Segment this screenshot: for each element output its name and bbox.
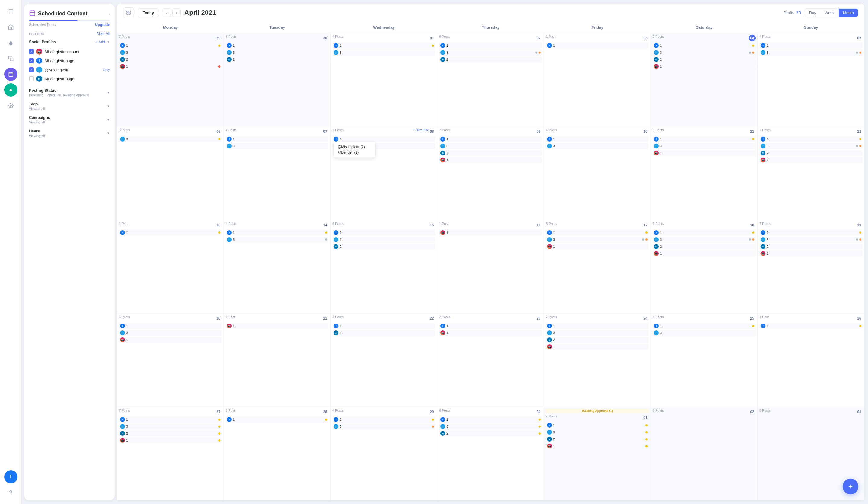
cal-cell-apr25[interactable]: 4 Posts25 f1 🐦3 bbox=[651, 313, 758, 407]
new-post-btn[interactable]: + New Post bbox=[413, 128, 428, 132]
cal-cell-apr15[interactable]: 6 Posts15 f1 🐦1 in2 bbox=[331, 220, 437, 314]
cal-cell-apr12[interactable]: 7 Posts12 f1 🐦3 in2 📷1 bbox=[758, 127, 864, 220]
nav-home[interactable] bbox=[4, 21, 18, 34]
campaigns-header[interactable]: Campaigns Viewing all ▼ bbox=[29, 115, 110, 124]
cal-cell-apr14[interactable]: 4 Posts14 f1 🐦3 bbox=[224, 220, 331, 314]
profile-item-ig[interactable]: 📷 Missinglettr account bbox=[29, 47, 110, 56]
post-row: f1 bbox=[546, 422, 649, 428]
progress-fill bbox=[29, 20, 78, 21]
cal-cell-apr1[interactable]: 4 Posts01 f1 🐦3 bbox=[331, 33, 437, 127]
nav-copy[interactable] bbox=[4, 52, 18, 65]
cal-cell-apr2[interactable]: 6 Posts02 f1 🐦3 in2 bbox=[437, 33, 544, 127]
post-row: 🐦3 bbox=[439, 423, 542, 430]
cal-cell-apr30[interactable]: 6 Posts30 f1 🐦3 in2 bbox=[437, 407, 544, 500]
users-label: Users bbox=[29, 129, 45, 133]
post-row: 📷1 bbox=[119, 337, 222, 343]
profile-item-tw[interactable]: 🐦 @Missinglettr Only bbox=[29, 65, 110, 74]
profile-checkbox-ig[interactable] bbox=[29, 49, 34, 54]
profile-checkbox-fb[interactable] bbox=[29, 58, 34, 63]
view-buttons: Day Week Month bbox=[805, 9, 858, 17]
post-row: f1 bbox=[439, 136, 542, 142]
drafts-label: Drafts bbox=[784, 11, 794, 15]
post-row: 📷1 bbox=[760, 157, 862, 163]
nav-menu[interactable]: ☰ bbox=[4, 5, 18, 18]
profiles-list: 📷 Missinglettr account f Missinglettr pa… bbox=[29, 47, 110, 83]
users-arrow[interactable]: ▼ bbox=[107, 132, 110, 135]
add-profile-btn[interactable]: + Add bbox=[96, 40, 105, 44]
day-view-btn[interactable]: Day bbox=[805, 9, 820, 17]
cal-cell-apr6[interactable]: 3 Posts06 🐦3 bbox=[117, 127, 224, 220]
cal-cell-apr9[interactable]: 7 Posts09 f1 🐦3 in2 📷1 bbox=[437, 127, 544, 220]
tags-arrow[interactable]: ▼ bbox=[107, 104, 110, 108]
fab-add-button[interactable]: + bbox=[843, 478, 858, 494]
cal-cell-apr11[interactable]: 5 Posts11 f1 🐦3 📷1 bbox=[651, 127, 758, 220]
campaigns-arrow[interactable]: ▼ bbox=[107, 118, 110, 121]
profiles-arrow[interactable]: ▼ bbox=[107, 40, 110, 43]
day-header-thursday: Thursday bbox=[437, 22, 544, 33]
posting-status-arrow[interactable]: ▼ bbox=[107, 91, 110, 94]
nav-help[interactable]: ? bbox=[4, 486, 18, 499]
post-row: f1 bbox=[119, 230, 222, 236]
post-row: in2 bbox=[226, 57, 329, 62]
nav-settings[interactable] bbox=[4, 99, 18, 112]
drafts-count[interactable]: 23 bbox=[796, 10, 801, 16]
today-button[interactable]: Today bbox=[137, 9, 159, 17]
grid-view-btn[interactable] bbox=[123, 7, 134, 18]
cal-cell-apr21[interactable]: 1 Post21 📷1 bbox=[224, 313, 331, 407]
cal-cell-apr16[interactable]: 1 Post16 📷1 bbox=[437, 220, 544, 314]
cal-cell-may2[interactable]: 0 Posts02 bbox=[651, 407, 758, 500]
upgrade-link[interactable]: Upgrade bbox=[95, 23, 110, 27]
cal-cell-apr29[interactable]: 4 Posts29 f1 🐦3 bbox=[331, 407, 437, 500]
cal-cell-apr4-today[interactable]: 7 Posts04 f1 🐦3 in2 📷1 bbox=[651, 33, 758, 127]
tags-header[interactable]: Tags Viewing all ▼ bbox=[29, 102, 110, 110]
tags-label: Tags bbox=[29, 102, 45, 106]
cal-cell-apr28[interactable]: 1 Post28 f1 bbox=[224, 407, 331, 500]
cal-cell-apr7[interactable]: 4 Posts07 f1 🐦3 bbox=[224, 127, 331, 220]
month-view-btn[interactable]: Month bbox=[839, 9, 858, 17]
nav-facebook[interactable]: f bbox=[4, 470, 18, 483]
cal-cell-apr23[interactable]: 2 Posts23 f1 📷1 bbox=[437, 313, 544, 407]
panel-title-icon bbox=[29, 10, 35, 18]
nav-calendar[interactable] bbox=[4, 68, 18, 81]
clear-all-btn[interactable]: Clear All bbox=[96, 32, 110, 36]
tooltip-item: @Bendell (1) bbox=[338, 150, 372, 155]
cal-cell-apr19[interactable]: 7 Posts19 f1 🐦3 in2 📷1 bbox=[758, 220, 864, 314]
post-row: 📷1 bbox=[226, 323, 329, 329]
users-sub: Viewing all bbox=[29, 134, 45, 138]
profile-checkbox-tw[interactable] bbox=[29, 67, 34, 72]
week-view-btn[interactable]: Week bbox=[820, 9, 839, 17]
cal-cell-apr22[interactable]: 3 Posts22 f1 in2 bbox=[331, 313, 437, 407]
cal-cell-apr13[interactable]: 1 Post13 f1 bbox=[117, 220, 224, 314]
collapse-panel-btn[interactable]: ‹ bbox=[108, 11, 110, 16]
post-row: 🐦3 bbox=[332, 50, 435, 56]
profile-item-fb[interactable]: f Missinglettr page bbox=[29, 56, 110, 65]
post-row: in2 bbox=[119, 430, 222, 436]
post-row: f1 bbox=[439, 323, 542, 329]
cal-cell-apr24[interactable]: 7 Posts24 f1 🐦3 in2 📷1 bbox=[544, 313, 651, 407]
post-row: f1 bbox=[119, 416, 222, 423]
profile-checkbox-li[interactable] bbox=[29, 76, 34, 81]
cal-cell-apr20[interactable]: 5 Posts20 f1 🐦3 📷1 bbox=[117, 313, 224, 407]
posting-status-header[interactable]: Posting Status Published, Scheduled, Awa… bbox=[29, 88, 110, 97]
nav-status[interactable]: ● bbox=[4, 83, 18, 97]
cal-cell-apr8[interactable]: 2 Posts + New Post 08 f1 📷3 @Missinglett… bbox=[331, 127, 437, 220]
post-row: 🐦3 bbox=[119, 423, 222, 430]
cal-cell-mar30[interactable]: 6 Posts30 f1 🐦3 in2 bbox=[224, 33, 331, 127]
cal-cell-apr18[interactable]: 7 Posts18 f1 🐦3 in2 📷1 bbox=[651, 220, 758, 314]
cal-cell-apr5[interactable]: 4 Posts05 f1 🐦3 bbox=[758, 33, 864, 127]
cal-cell-may1[interactable]: Awaiting Approval (1) 7 Posts01 f1 🐦3 in… bbox=[544, 407, 651, 500]
cal-cell-apr10[interactable]: 4 Posts10 f1 🐦3 bbox=[544, 127, 651, 220]
post-row: in2 bbox=[439, 150, 542, 156]
nav-drops[interactable] bbox=[4, 36, 18, 50]
users-header[interactable]: Users Viewing all ▼ bbox=[29, 129, 110, 138]
prev-month-btn[interactable]: ‹ bbox=[163, 9, 171, 17]
cal-cell-apr3[interactable]: 1 Post03 f1 bbox=[544, 33, 651, 127]
cal-cell-apr27[interactable]: 7 Posts27 f1 🐦3 in2 📷1 bbox=[117, 407, 224, 500]
cal-cell-mar29[interactable]: 7 Posts29 f1 🐦3 in2 📷1 bbox=[117, 33, 224, 127]
cal-cell-apr26[interactable]: 1 Post26 f1 bbox=[758, 313, 864, 407]
social-profiles-title: Social Profiles bbox=[29, 40, 56, 44]
next-month-btn[interactable]: › bbox=[172, 9, 180, 17]
only-badge-tw[interactable]: Only bbox=[103, 68, 110, 71]
profile-item-li[interactable]: in Missinglettr page bbox=[29, 74, 110, 83]
cal-cell-apr17[interactable]: 5 Posts17 f1 🐦3 📷1 bbox=[544, 220, 651, 314]
